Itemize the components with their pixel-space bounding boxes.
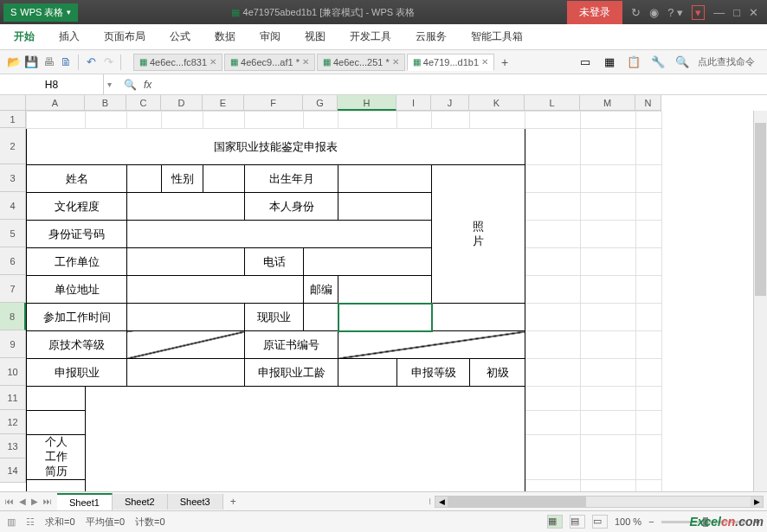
print-icon[interactable]: 🖶 — [40, 54, 57, 71]
cell[interactable] — [304, 304, 338, 331]
column-header[interactable]: F — [244, 95, 303, 111]
maximize-icon[interactable]: □ — [733, 6, 740, 19]
select-all-corner[interactable] — [0, 95, 26, 111]
add-sheet-button[interactable]: + — [223, 496, 243, 508]
cell[interactable] — [304, 112, 338, 129]
cell[interactable] — [581, 479, 636, 491]
menu-smart[interactable]: 智能工具箱 — [471, 29, 523, 44]
cell[interactable]: 文化程度 — [27, 193, 127, 221]
dropdown-icon[interactable]: ▾ — [67, 8, 71, 16]
doc-tab-active[interactable]: ▦4e719...d1b1✕ — [407, 54, 494, 71]
cell[interactable] — [525, 248, 581, 276]
cell[interactable]: 工作单位 — [27, 248, 127, 276]
cell[interactable] — [525, 304, 581, 331]
row-header[interactable]: 14 — [0, 458, 26, 483]
row-header[interactable]: 11 — [0, 386, 26, 410]
row-header[interactable]: 13 — [0, 434, 26, 458]
column-header[interactable]: I — [396, 95, 431, 111]
cell[interactable]: 照 片 — [432, 165, 525, 304]
cell[interactable] — [27, 411, 86, 435]
cell[interactable] — [525, 479, 581, 491]
cell[interactable] — [432, 112, 470, 129]
help-icon[interactable]: ? ▾ — [667, 6, 683, 19]
sheet-tab-3[interactable]: Sheet3 — [168, 494, 223, 510]
menu-insert[interactable]: 插入 — [59, 29, 80, 44]
cell[interactable] — [338, 112, 397, 129]
cell[interactable] — [581, 411, 636, 435]
new-tab-button[interactable]: + — [496, 55, 513, 69]
cell[interactable]: 现职业 — [245, 304, 304, 331]
row-header[interactable]: 10 — [0, 358, 26, 386]
wrench-icon[interactable]: 🔧 — [649, 54, 667, 71]
cell[interactable]: 参加工作时间 — [27, 304, 127, 331]
cell[interactable]: 原技术等级 — [27, 331, 127, 359]
cell[interactable] — [525, 359, 581, 387]
column-header[interactable]: L — [525, 95, 580, 111]
zoom-thumb[interactable] — [703, 517, 708, 527]
search-command[interactable]: 点此查找命令 — [698, 55, 755, 68]
cell[interactable] — [525, 129, 581, 165]
doc-tab[interactable]: ▦4e6ec9...af1 *✕ — [224, 54, 315, 71]
cell[interactable] — [470, 112, 525, 129]
cell[interactable] — [581, 331, 636, 359]
cell[interactable] — [581, 387, 636, 411]
cell[interactable] — [338, 359, 397, 387]
cell[interactable] — [525, 435, 581, 480]
row-header[interactable]: 5 — [0, 220, 26, 247]
normal-view-button[interactable]: ▦ — [547, 515, 563, 529]
column-header[interactable]: N — [635, 95, 661, 111]
column-header[interactable]: C — [126, 95, 161, 111]
vertical-scrollbar[interactable] — [753, 111, 767, 491]
cell[interactable] — [127, 112, 162, 129]
cell[interactable] — [636, 165, 662, 193]
row-header[interactable]: 1 — [0, 111, 26, 128]
row-header[interactable]: 8 — [0, 303, 26, 330]
window-icon[interactable]: ▭ — [577, 54, 594, 71]
scroll-right-icon[interactable]: ▶ — [751, 497, 763, 507]
close-tab-icon[interactable]: ✕ — [209, 57, 216, 67]
split-handle[interactable]: ⁞ — [429, 497, 431, 506]
sync-icon[interactable]: ↻ — [631, 6, 641, 19]
clipboard-icon[interactable]: 📋 — [625, 54, 642, 71]
cell[interactable] — [203, 112, 245, 129]
cell[interactable] — [27, 479, 86, 491]
cell[interactable]: 个人 工作 简历 — [27, 435, 86, 480]
cell[interactable] — [525, 221, 581, 248]
cell[interactable] — [581, 193, 636, 221]
column-header[interactable]: A — [26, 95, 85, 111]
skin-icon[interactable]: ◉ — [649, 6, 659, 19]
menu-view[interactable]: 视图 — [305, 29, 325, 44]
scroll-thumb[interactable] — [448, 497, 586, 507]
cell[interactable] — [636, 248, 662, 276]
column-header[interactable]: D — [161, 95, 203, 111]
cell[interactable] — [525, 276, 581, 304]
cell[interactable] — [581, 359, 636, 387]
prev-sheet-icon[interactable]: ◀ — [17, 495, 28, 508]
row-header[interactable]: 3 — [0, 164, 26, 192]
cell[interactable] — [525, 165, 581, 193]
cell[interactable] — [86, 387, 525, 492]
grid-icon[interactable]: ▦ — [601, 54, 618, 71]
cell[interactable] — [636, 221, 662, 248]
row-header[interactable]: 12 — [0, 410, 26, 434]
menu-start[interactable]: 开始 — [14, 29, 35, 44]
row-header[interactable]: 2 — [0, 128, 26, 164]
cell[interactable]: 出生年月 — [245, 165, 338, 193]
menu-cloud[interactable]: 云服务 — [416, 29, 447, 44]
cell[interactable] — [27, 387, 86, 411]
zoom-in-icon[interactable]: + — [755, 516, 760, 527]
cell[interactable] — [27, 112, 86, 129]
cell[interactable] — [127, 193, 245, 221]
menu-review[interactable]: 审阅 — [260, 29, 280, 44]
close-tab-icon[interactable]: ✕ — [481, 57, 488, 67]
cell[interactable] — [636, 479, 662, 491]
menu-dev[interactable]: 开发工具 — [350, 29, 391, 44]
cell[interactable] — [581, 129, 636, 165]
zoom-value[interactable]: 100 % — [615, 516, 641, 527]
zoom-out-icon[interactable]: − — [648, 516, 654, 527]
menu-data[interactable]: 数据 — [215, 29, 235, 44]
redo-icon[interactable]: ↷ — [100, 54, 117, 71]
cell[interactable] — [127, 221, 432, 248]
ribbon-toggle-icon[interactable]: ▾ — [692, 5, 705, 20]
break-view-button[interactable]: ▭ — [592, 515, 608, 529]
